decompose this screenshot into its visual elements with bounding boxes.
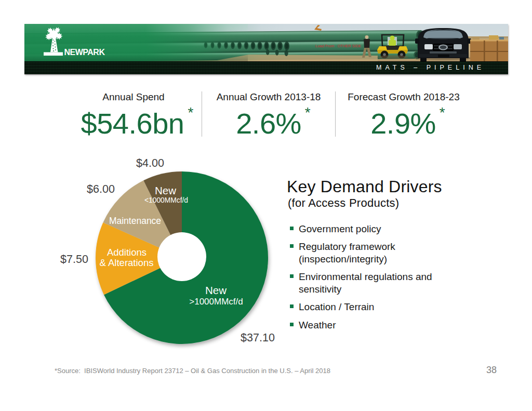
svg-text:$4.00: $4.00	[136, 157, 164, 169]
svg-text:$6.00: $6.00	[87, 183, 115, 195]
svg-text:$7.50: $7.50	[60, 253, 88, 266]
svg-text:New: New	[155, 184, 176, 196]
svg-text:Additions: Additions	[107, 247, 147, 258]
svg-text:<1000MMcf/d: <1000MMcf/d	[144, 196, 188, 204]
svg-text:NEWPARK: NEWPARK	[64, 48, 105, 57]
svg-text:& Alterations: & Alterations	[100, 257, 154, 268]
svg-text:>1000MMcf/d: >1000MMcf/d	[189, 297, 243, 307]
svg-text:New: New	[205, 284, 227, 296]
svg-text:Maintenance: Maintenance	[109, 216, 161, 226]
svg-text:$37.10: $37.10	[241, 332, 275, 344]
